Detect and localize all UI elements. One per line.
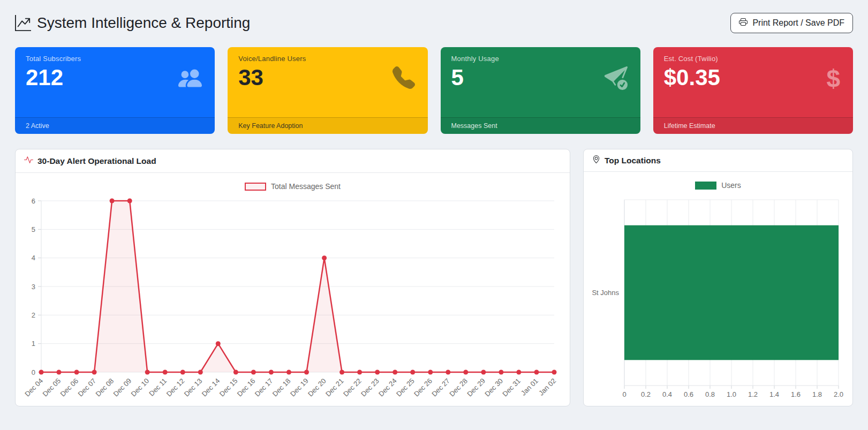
svg-text:Jan 02: Jan 02 <box>537 377 557 397</box>
svg-text:0.4: 0.4 <box>662 390 672 398</box>
svg-text:Dec 10: Dec 10 <box>130 377 151 398</box>
svg-text:Dec 06: Dec 06 <box>58 377 80 398</box>
legend-label-users: Users <box>721 181 741 190</box>
svg-text:Dec 05: Dec 05 <box>41 377 62 398</box>
svg-text:Dec 16: Dec 16 <box>236 377 257 398</box>
stat-value: 5 <box>451 65 630 90</box>
svg-text:6: 6 <box>32 197 35 205</box>
people-icon <box>178 66 202 90</box>
send-check-icon <box>604 66 628 90</box>
chart-panels-row: 30-Day Alert Operational Load Total Mess… <box>15 149 853 406</box>
dashboard-page: System Intelligence & Reporting Print Re… <box>0 0 868 406</box>
stat-card-voice-landline-users: Voice/Landline Users 33 Key Feature Adop… <box>228 47 427 134</box>
svg-text:Dec 21: Dec 21 <box>324 377 345 398</box>
svg-text:Dec 04: Dec 04 <box>24 377 44 398</box>
page-title: System Intelligence & Reporting <box>15 14 250 32</box>
stat-footer: 2 Active <box>15 117 215 134</box>
svg-text:4: 4 <box>32 254 35 262</box>
svg-text:1.2: 1.2 <box>748 390 758 398</box>
alert-load-panel-body: Total Messages Sent 0123456Dec 04Dec 05D… <box>16 173 570 406</box>
svg-text:3: 3 <box>32 283 35 291</box>
printer-icon <box>739 18 748 28</box>
stat-label: Total Subscribers <box>26 55 204 63</box>
svg-text:0.6: 0.6 <box>684 390 693 398</box>
telephone-icon <box>393 66 415 89</box>
activity-icon <box>24 155 33 167</box>
svg-text:0.8: 0.8 <box>705 390 715 398</box>
page-title-text: System Intelligence & Reporting <box>37 14 250 32</box>
svg-text:1.4: 1.4 <box>769 390 779 398</box>
svg-text:2: 2 <box>32 311 35 319</box>
svg-text:St Johns: St Johns <box>592 289 619 297</box>
svg-text:1.0: 1.0 <box>727 390 736 398</box>
print-report-button[interactable]: Print Report / Save PDF <box>730 13 853 33</box>
graph-up-arrow-icon <box>15 15 31 31</box>
legend-swatch-users <box>695 182 716 190</box>
stat-value: $0.35 <box>664 65 842 90</box>
legend-swatch-total-messages <box>245 183 266 191</box>
svg-text:Dec 27: Dec 27 <box>430 377 451 398</box>
svg-text:Dec 29: Dec 29 <box>465 377 487 398</box>
stat-label: Est. Cost (Twilio) <box>664 55 842 63</box>
top-locations-panel-body: Users 00.20.40.60.81.01.21.41.61.82.0St … <box>584 172 852 405</box>
svg-text:2.0: 2.0 <box>834 390 843 398</box>
svg-text:Dec 23: Dec 23 <box>359 377 381 398</box>
topbar: System Intelligence & Reporting Print Re… <box>15 13 853 33</box>
bar-chart: 00.20.40.60.81.01.21.41.61.82.0St Johns <box>592 193 844 399</box>
bar-chart-legend: Users <box>592 178 844 192</box>
stat-footer: Messages Sent <box>441 117 640 134</box>
stat-card-monthly-usage: Monthly Usage 5 Messages Sent <box>441 47 640 134</box>
svg-text:Dec 30: Dec 30 <box>483 377 504 398</box>
svg-text:Dec 26: Dec 26 <box>412 377 434 398</box>
stat-value: 212 <box>26 65 204 90</box>
stat-card-est-cost: Est. Cost (Twilio) $0.35 $ Lifetime Esti… <box>653 47 853 134</box>
svg-text:Dec 12: Dec 12 <box>165 377 186 398</box>
line-chart-legend: Total Messages Sent <box>24 179 561 193</box>
top-locations-panel: Top Locations Users 00.20.40.60.81.01.21… <box>583 149 853 406</box>
svg-text:Dec 28: Dec 28 <box>448 377 469 398</box>
svg-text:0: 0 <box>622 390 626 398</box>
stat-label: Monthly Usage <box>451 55 630 63</box>
svg-text:Dec 22: Dec 22 <box>342 377 363 398</box>
svg-text:0: 0 <box>32 368 35 376</box>
svg-text:Dec 08: Dec 08 <box>94 377 116 398</box>
svg-text:Dec 19: Dec 19 <box>289 377 310 398</box>
svg-text:Jan 01: Jan 01 <box>519 377 540 397</box>
dollar-icon: $ <box>826 66 840 91</box>
svg-text:Dec 17: Dec 17 <box>253 377 275 398</box>
svg-text:Dec 31: Dec 31 <box>501 377 522 398</box>
stat-footer: Lifetime Estimate <box>653 117 853 134</box>
svg-text:Dec 14: Dec 14 <box>200 377 222 398</box>
svg-text:Dec 18: Dec 18 <box>271 377 292 398</box>
alert-load-panel-header: 30-Day Alert Operational Load <box>16 149 570 173</box>
alert-load-panel-title: 30-Day Alert Operational Load <box>37 156 156 166</box>
line-chart: 0123456Dec 04Dec 05Dec 06Dec 07Dec 08Dec… <box>24 194 561 401</box>
stat-label: Voice/Landline Users <box>238 55 417 63</box>
print-report-label: Print Report / Save PDF <box>752 18 844 28</box>
svg-text:Dec 20: Dec 20 <box>306 377 328 398</box>
svg-text:Dec 07: Dec 07 <box>76 377 97 398</box>
svg-text:Dec 25: Dec 25 <box>395 377 416 398</box>
svg-text:1.8: 1.8 <box>812 390 822 398</box>
svg-text:1.6: 1.6 <box>791 390 801 398</box>
svg-text:1: 1 <box>32 340 35 348</box>
top-locations-panel-title: Top Locations <box>605 156 661 165</box>
geo-pin-icon <box>592 155 600 165</box>
stat-card-total-subscribers: Total Subscribers 212 2 Active <box>15 47 215 134</box>
legend-label-total-messages: Total Messages Sent <box>271 182 341 191</box>
stat-value: 33 <box>238 65 417 90</box>
svg-text:5: 5 <box>32 225 35 233</box>
svg-text:Dec 15: Dec 15 <box>218 377 239 398</box>
svg-text:Dec 09: Dec 09 <box>112 377 133 398</box>
top-locations-panel-header: Top Locations <box>584 149 852 172</box>
alert-load-panel: 30-Day Alert Operational Load Total Mess… <box>15 149 570 406</box>
stat-footer: Key Feature Adoption <box>228 117 427 134</box>
svg-text:Dec 24: Dec 24 <box>377 377 398 398</box>
svg-text:0.2: 0.2 <box>641 390 651 398</box>
svg-text:Dec 11: Dec 11 <box>147 377 168 398</box>
svg-text:Dec 13: Dec 13 <box>183 377 204 398</box>
stat-cards-row: Total Subscribers 212 2 Active Voice/Lan… <box>15 47 853 134</box>
